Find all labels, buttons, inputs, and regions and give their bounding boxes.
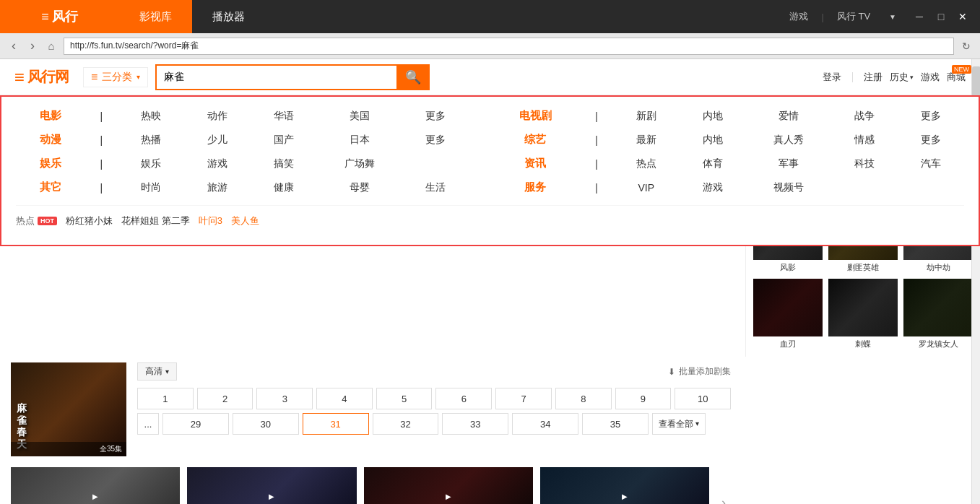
cat-mainland2[interactable]: 内地 (680, 128, 746, 152)
cat-label-anime[interactable]: 动漫 (16, 128, 85, 152)
cat-funny[interactable]: 搞笑 (251, 152, 317, 175)
minimize-button[interactable]: ─ (909, 6, 929, 27)
preview-item-2[interactable]: ▶ 【麻雀春天】第33集预告-包子哥出卖情报 (364, 467, 533, 504)
ep-ellipsis[interactable]: ... (137, 413, 159, 435)
ep-btn-10[interactable]: 10 (675, 388, 731, 409)
cat-life[interactable]: 生活 (402, 175, 469, 199)
cat-more-variety[interactable]: 更多 (898, 128, 964, 152)
cat-hot-movies[interactable]: 热映 (118, 104, 184, 128)
ep-btn-8[interactable]: 8 (555, 388, 612, 409)
ep-btn-2[interactable]: 2 (197, 388, 253, 409)
preview-item-1[interactable]: ▶ 【麻雀春天】第34集预告-包子哥为青梅报 (187, 467, 356, 504)
cat-domestic[interactable]: 国产 (251, 128, 317, 152)
cat-label-other[interactable]: 其它 (16, 175, 85, 199)
cat-label-service[interactable]: 服务 (490, 175, 580, 199)
cat-travel[interactable]: 旅游 (184, 175, 251, 199)
ep-btn-9[interactable]: 9 (615, 388, 672, 409)
search-button[interactable]: 🔍 (396, 64, 430, 90)
cat-action[interactable]: 动作 (184, 104, 251, 128)
cat-war[interactable]: 战争 (831, 104, 898, 128)
sidebar-card-6[interactable]: 血刃 (753, 279, 823, 349)
cat-hotspot[interactable]: 热点 (613, 152, 680, 175)
ep-btn-29[interactable]: 29 (162, 413, 229, 435)
dropdown-arrow-icon[interactable]: ▼ (883, 13, 902, 21)
cat-label-tv[interactable]: 电视剧 (490, 104, 580, 128)
fengxing-tv-btn[interactable]: 风行 TV (831, 10, 876, 23)
cat-games-ent[interactable]: 游戏 (184, 152, 251, 175)
preview-item-3[interactable]: ▶ 【麻雀春天】第32集预告-包子哥求救炸弹 (540, 467, 709, 504)
batch-add-button[interactable]: ⬇ 批量添加剧集 (668, 365, 731, 378)
cat-latest[interactable]: 最新 (613, 128, 680, 152)
hot-item-1[interactable]: 花样姐姐 第二季 (121, 214, 190, 227)
ep-btn-33[interactable]: 33 (442, 413, 508, 435)
sidebar-card-7[interactable]: 刺蝶 (828, 279, 898, 349)
address-input[interactable] (64, 38, 954, 55)
close-button[interactable]: ✕ (953, 6, 973, 27)
history-link[interactable]: 历史▾ (890, 71, 914, 84)
cat-ent[interactable]: 娱乐 (118, 152, 184, 175)
ep-btn-32[interactable]: 32 (373, 413, 439, 435)
cat-mainland[interactable]: 内地 (680, 104, 746, 128)
home-button[interactable]: ⌂ (43, 38, 59, 54)
view-all-button[interactable]: 查看全部▾ (652, 413, 706, 435)
cat-label-news[interactable]: 资讯 (490, 152, 580, 175)
preview-item-0[interactable]: ▶ 【麻雀春天】第35集预告-筹欣监狱暴走枪 (11, 467, 180, 504)
hot-item-2[interactable]: 叶问3 (199, 214, 222, 227)
ep-btn-7[interactable]: 7 (495, 388, 552, 409)
tab-yingshiku[interactable]: 影视库 (119, 0, 192, 33)
cat-emotion[interactable]: 情感 (831, 128, 898, 152)
cat-fashion[interactable]: 时尚 (118, 175, 184, 199)
shop-link[interactable]: NEW 商城 (947, 71, 966, 84)
hot-item-3[interactable]: 美人鱼 (231, 214, 259, 227)
cat-auto[interactable]: 汽车 (898, 152, 964, 175)
hot-item-0[interactable]: 粉红猪小妹 (66, 214, 113, 227)
cat-chinese[interactable]: 华语 (251, 104, 317, 128)
preview-next-arrow[interactable]: › (716, 495, 731, 504)
cat-more-tv[interactable]: 更多 (898, 104, 964, 128)
cat-realityshow[interactable]: 真人秀 (746, 128, 832, 152)
games-btn[interactable]: 游戏 (784, 10, 814, 23)
cat-health[interactable]: 健康 (251, 175, 317, 199)
ep-btn-1[interactable]: 1 (137, 388, 194, 409)
register-link[interactable]: 注册 (864, 71, 883, 84)
cat-tech[interactable]: 科技 (831, 152, 898, 175)
category-button[interactable]: ≡ 三分类 ▾ (83, 67, 148, 87)
cat-channel[interactable]: 视频号 (746, 175, 832, 199)
cat-more-movies[interactable]: 更多 (402, 104, 469, 128)
ep-btn-4[interactable]: 4 (316, 388, 373, 409)
cat-games-service[interactable]: 游戏 (680, 175, 746, 199)
search-input[interactable] (155, 64, 396, 90)
cat-label-movies[interactable]: 电影 (16, 104, 85, 128)
cat-new-tv[interactable]: 新剧 (613, 104, 680, 128)
ep-btn-34[interactable]: 34 (512, 413, 578, 435)
cat-hot-anime[interactable]: 热播 (118, 128, 184, 152)
ep-btn-35[interactable]: 35 (582, 413, 649, 435)
cat-japan[interactable]: 日本 (317, 128, 403, 152)
cat-label-variety[interactable]: 综艺 (490, 128, 580, 152)
cat-more-anime[interactable]: 更多 (402, 128, 469, 152)
ep-btn-31[interactable]: 31 (303, 413, 369, 435)
cat-label-ent[interactable]: 娱乐 (16, 152, 85, 175)
login-link[interactable]: 登录 (823, 71, 841, 84)
cat-kids[interactable]: 少儿 (184, 128, 251, 152)
ep-btn-6[interactable]: 6 (435, 388, 492, 409)
tab-bofangqi[interactable]: 播放器 (192, 0, 265, 33)
back-button[interactable]: ‹ (6, 38, 22, 54)
quality-button[interactable]: 高清 ▾ (137, 362, 177, 381)
games-nav-link[interactable]: 游戏 (921, 71, 940, 84)
ep-btn-3[interactable]: 3 (256, 388, 313, 409)
cat-usa[interactable]: 美国 (317, 104, 403, 128)
sidebar-card-8[interactable]: 罗龙镇女人 (903, 279, 973, 349)
forward-button[interactable]: › (25, 38, 40, 54)
cat-sports[interactable]: 体育 (680, 152, 746, 175)
ep-btn-30[interactable]: 30 (233, 413, 299, 435)
show-thumbnail[interactable]: 麻 雀 春 天 全35集 (11, 362, 126, 456)
restore-button[interactable]: □ (931, 6, 951, 27)
cat-vip[interactable]: VIP (613, 175, 680, 199)
cat-square-dance[interactable]: 广场舞 (317, 152, 403, 175)
cat-romance[interactable]: 爱情 (746, 104, 832, 128)
refresh-button[interactable]: ↻ (958, 38, 974, 54)
cat-military[interactable]: 军事 (746, 152, 832, 175)
cat-baby[interactable]: 母婴 (317, 175, 403, 199)
page-area[interactable]: ≡ 风行网 ≡ 三分类 ▾ 🔍 登录 注册 (0, 59, 980, 504)
